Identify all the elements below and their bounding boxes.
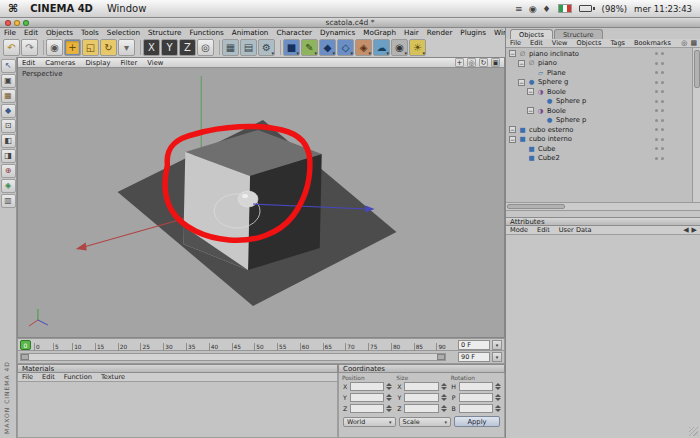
tree-label[interactable]: Sphere g [538, 78, 568, 86]
pan-view-icon[interactable]: + [455, 58, 464, 67]
points-mode-icon[interactable]: ⊡ [1, 119, 16, 133]
plane-icon[interactable]: ▱ [536, 69, 545, 77]
tree-row-sphere-g[interactable]: −●Sphere g [506, 78, 692, 88]
apple-menu-icon[interactable]: ⌘ [8, 2, 18, 15]
edges-mode-icon[interactable]: ◧ [1, 134, 16, 148]
tree-row-boole[interactable]: −◑Boole [506, 106, 692, 116]
cube-icon[interactable]: ■ [527, 145, 536, 153]
timeline-tick-65[interactable]: 65 [323, 343, 332, 351]
render-view-icon[interactable]: ▦ [222, 39, 239, 56]
coord-input-rotation-h[interactable] [459, 382, 493, 391]
render-settings-icon[interactable]: ⚙▾ [258, 39, 275, 56]
menu-edit[interactable]: Edit [24, 28, 38, 37]
null-object-icon[interactable]: ∅ [527, 59, 536, 67]
objects-menu-view[interactable]: View [552, 39, 568, 47]
timeline-tick-75[interactable]: 75 [368, 343, 377, 351]
visibility-dots[interactable] [655, 138, 664, 141]
coord-group-header[interactable]: Rotation [451, 375, 501, 381]
boole-icon[interactable]: ◑ [536, 107, 545, 115]
visibility-dots[interactable] [655, 62, 664, 65]
tree-row-piano[interactable]: −∅piano [506, 59, 692, 69]
apply-button[interactable]: Apply [454, 416, 500, 427]
italian-flag-icon[interactable] [558, 4, 572, 13]
tree-label[interactable]: Cube [538, 145, 556, 153]
visibility-dots[interactable] [655, 52, 664, 55]
menu-plugins[interactable]: Plugins [460, 28, 486, 37]
tree-row-boole[interactable]: −◑Boole [506, 87, 692, 97]
tree-vertical-scrollbar[interactable] [692, 48, 700, 203]
tree-label[interactable]: Cube2 [538, 154, 560, 162]
y-axis-lock-icon[interactable]: Y [161, 39, 178, 56]
deformer-icon[interactable]: ◈▾ [355, 39, 372, 56]
visibility-dots[interactable] [655, 109, 664, 112]
viewport-menu-filter[interactable]: Filter [120, 59, 137, 67]
timeline-tick-0[interactable]: 0 [34, 343, 40, 351]
menu-animation[interactable]: Animation [232, 28, 269, 37]
tree-label[interactable]: cubo interno [529, 135, 572, 143]
generator-icon[interactable]: ◆▾ [319, 39, 336, 56]
null-object-icon[interactable]: ∅ [518, 50, 527, 58]
tree-row-cube2[interactable]: ■Cube2 [506, 154, 692, 164]
boole-icon[interactable]: ◑ [536, 88, 545, 96]
attributes-panel-title[interactable]: Attributes [506, 217, 700, 226]
visibility-dots[interactable] [655, 157, 664, 160]
timeline-tick-60[interactable]: 60 [300, 343, 309, 351]
axis-mode-icon[interactable]: ⊕ [1, 164, 16, 178]
scrollbar-thumb[interactable] [507, 204, 565, 209]
viewport-menu-display[interactable]: Display [85, 59, 110, 67]
coord-input-size-z[interactable] [404, 404, 438, 413]
objects-menu-objects[interactable]: Objects [576, 39, 601, 47]
mac-menu-window[interactable]: Window [107, 3, 146, 14]
tree-row-cube[interactable]: ■Cube [506, 144, 692, 154]
window-title-bar[interactable]: scatola.c4d * [0, 18, 700, 28]
coord-input-size-y[interactable] [404, 393, 438, 402]
move-tool-icon[interactable]: + [64, 39, 81, 56]
menu-selection[interactable]: Selection [107, 28, 140, 37]
camera-view-label[interactable]: Perspective [22, 70, 63, 78]
menu-render[interactable]: Render [427, 28, 453, 37]
materials-menu-function[interactable]: Function [64, 373, 92, 381]
timeline-tick-40[interactable]: 40 [209, 343, 218, 351]
coord-input-position-x[interactable] [350, 382, 384, 391]
history-back-icon[interactable]: ◀ [683, 226, 688, 234]
rotate-tool-icon[interactable]: ↻ [100, 39, 117, 56]
timeline-tick-85[interactable]: 85 [414, 343, 423, 351]
scale-dropdown[interactable]: Scale [399, 417, 452, 427]
range-end-handle[interactable] [437, 354, 445, 360]
lock-workplane-icon[interactable]: ▥ [1, 194, 16, 208]
coord-input-rotation-p[interactable] [459, 393, 493, 402]
spinner-icon[interactable] [386, 383, 392, 390]
orbit-view-icon[interactable]: ↻ [479, 58, 488, 67]
tree-horizontal-scrollbar[interactable] [506, 203, 700, 211]
viewport-canvas[interactable]: Perspective [18, 68, 504, 337]
visibility-dots[interactable] [655, 71, 664, 74]
timeline-tick-25[interactable]: 25 [140, 343, 149, 351]
menu-extra-icon-1[interactable]: ≡ [515, 4, 523, 14]
cube-icon[interactable]: ■ [518, 126, 527, 134]
spinner-icon[interactable] [495, 383, 501, 390]
visibility-dots[interactable] [655, 147, 664, 150]
light-icon[interactable]: ☀▾ [409, 39, 426, 56]
range-stepper-icon[interactable]: ▾ [492, 352, 502, 362]
menu-mograph[interactable]: MoGraph [363, 28, 396, 37]
attributes-menu-mode[interactable]: Mode [510, 226, 528, 234]
tree-label[interactable]: Sphere p [556, 97, 586, 105]
range-start-handle[interactable] [21, 354, 29, 360]
attributes-menu-user-data[interactable]: User Data [559, 226, 592, 234]
menu-structure[interactable]: Structure [148, 28, 181, 37]
live-selection-icon[interactable]: ◉ [46, 39, 63, 56]
tree-label[interactable]: Sphere p [556, 116, 586, 124]
undo-icon[interactable]: ↶ [3, 39, 20, 56]
timeline-tick-50[interactable]: 50 [254, 343, 263, 351]
viewport-menu-edit[interactable]: Edit [22, 59, 35, 67]
menu-dynamics[interactable]: Dynamics [320, 28, 355, 37]
sphere-icon[interactable]: ● [545, 97, 554, 105]
spinner-icon[interactable] [441, 394, 447, 401]
attributes-menu-edit[interactable]: Edit [537, 226, 550, 234]
environment-icon[interactable]: ☁▾ [373, 39, 390, 56]
coord-input-rotation-b[interactable] [459, 404, 493, 413]
menu-file[interactable]: File [4, 28, 16, 37]
materials-panel-title[interactable]: Materials [17, 364, 338, 373]
objects-menu-bookmarks[interactable]: Bookmarks [634, 39, 671, 47]
zoom-view-icon[interactable]: ◎ [467, 58, 476, 67]
